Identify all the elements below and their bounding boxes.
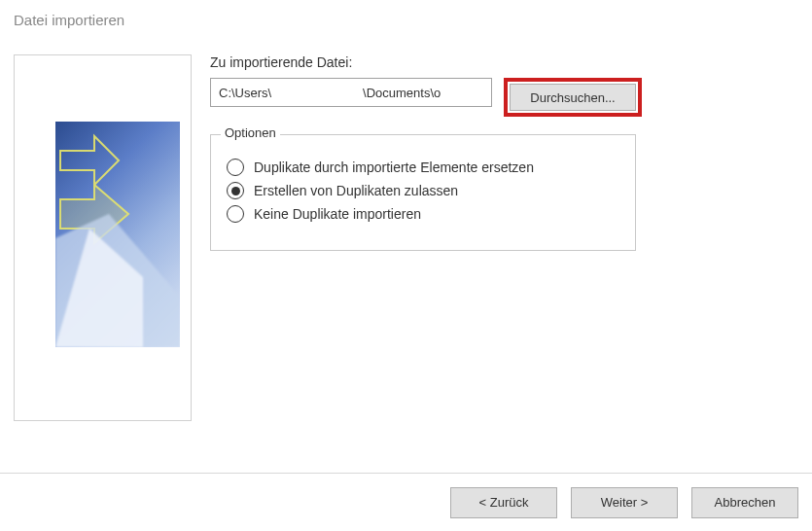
browse-button[interactable]: Durchsuchen... (510, 84, 636, 111)
wizard-footer: < Zurück Weiter > Abbrechen (0, 473, 812, 531)
wizard-illustration (55, 122, 180, 347)
file-row: Durchsuchen... (210, 78, 798, 117)
browse-highlight: Durchsuchen... (504, 78, 642, 117)
option-allow-duplicates[interactable]: Erstellen von Duplikaten zulassen (227, 182, 619, 199)
options-group: Optionen Duplikate durch importierte Ele… (210, 134, 636, 251)
option-no-duplicates[interactable]: Keine Duplikate importieren (227, 205, 619, 223)
option-replace-duplicates[interactable]: Duplikate durch importierte Elemente ers… (227, 159, 619, 176)
file-path-label: Zu importierende Datei: (210, 54, 798, 70)
wizard-side-panel (14, 54, 192, 421)
option-label: Keine Duplikate importieren (254, 206, 421, 222)
file-path-input[interactable] (210, 78, 492, 107)
dialog-body: Zu importierende Datei: Durchsuchen... O… (0, 41, 812, 463)
next-button[interactable]: Weiter > (571, 487, 678, 518)
option-label: Duplikate durch importierte Elemente ers… (254, 159, 534, 175)
form-area: Zu importierende Datei: Durchsuchen... O… (210, 54, 798, 251)
cancel-button[interactable]: Abbrechen (691, 487, 798, 518)
window-title: Datei importieren (0, 0, 812, 38)
back-button[interactable]: < Zurück (450, 487, 557, 518)
options-group-title: Optionen (221, 125, 280, 140)
option-label: Erstellen von Duplikaten zulassen (254, 183, 458, 198)
radio-icon (227, 159, 244, 176)
radio-icon (227, 182, 244, 199)
radio-icon (227, 205, 244, 223)
